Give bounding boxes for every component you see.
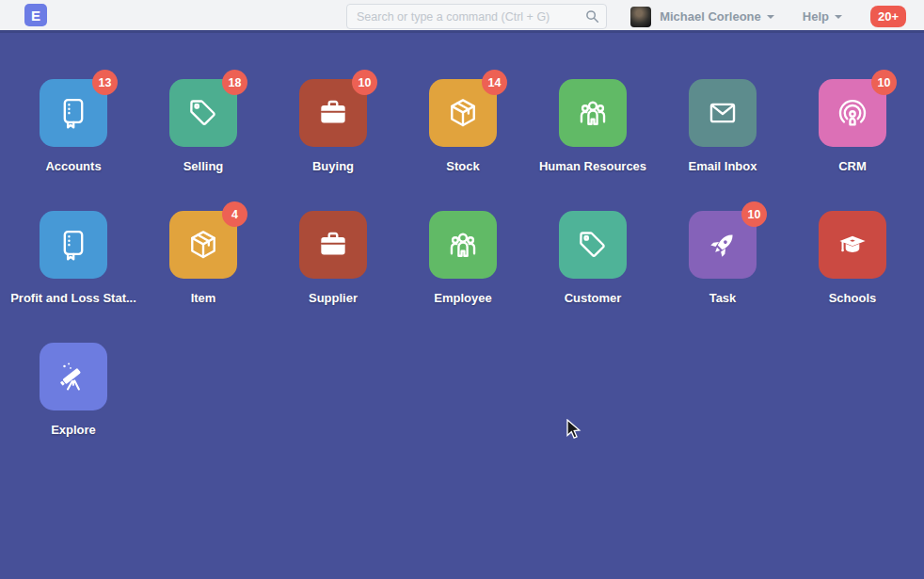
- app-logo[interactable]: E: [24, 4, 47, 26]
- notification-badge: 10: [741, 201, 767, 227]
- icon-row-2: Profit and Loss Stat... 4 Item: [8, 211, 924, 343]
- app-explore[interactable]: Explore: [8, 343, 138, 474]
- app-tile[interactable]: [559, 211, 627, 279]
- app-item[interactable]: 4 Item: [138, 211, 268, 343]
- app-label: Stock: [446, 159, 479, 173]
- chevron-down-icon: [767, 15, 774, 19]
- app-profit-and-loss[interactable]: Profit and Loss Stat...: [8, 211, 138, 343]
- tag-icon: [185, 95, 221, 131]
- app-employee[interactable]: Employee: [398, 211, 528, 343]
- notification-badge: 4: [222, 201, 247, 227]
- app-label: Schools: [829, 291, 877, 305]
- app-tile[interactable]: 4: [169, 211, 237, 279]
- module-icon-grid: 13 Accounts 18 Selling 10: [0, 33, 924, 474]
- app-tile[interactable]: [40, 211, 107, 279]
- app-label: Customer: [565, 291, 622, 305]
- app-tile[interactable]: [40, 343, 107, 410]
- ledger-icon: [56, 227, 91, 263]
- icon-row-3: Explore: [8, 343, 924, 474]
- help-label: Help: [803, 9, 829, 24]
- notifications-badge[interactable]: 20+: [870, 6, 906, 27]
- app-email-inbox[interactable]: Email Inbox: [658, 79, 788, 211]
- app-label: Buying: [312, 159, 354, 173]
- telescope-icon: [56, 359, 91, 394]
- app-customer[interactable]: Customer: [528, 211, 658, 343]
- topbar: E Michael Corleone Help 20+: [0, 0, 924, 33]
- chevron-down-icon: [835, 15, 842, 19]
- app-accounts[interactable]: 13 Accounts: [8, 79, 138, 211]
- app-label: Explore: [51, 423, 96, 437]
- notification-badge: 18: [222, 70, 247, 95]
- app-tile[interactable]: [429, 211, 497, 279]
- search-input[interactable]: [346, 4, 607, 29]
- graduation-cap-icon: [835, 227, 870, 263]
- app-label: Human Resources: [539, 159, 646, 173]
- notification-badge: 10: [871, 70, 897, 95]
- people-icon: [445, 227, 481, 263]
- help-menu[interactable]: Help: [803, 9, 842, 24]
- topbar-right: Michael Corleone Help 20+: [630, 0, 906, 33]
- app-buying[interactable]: 10 Buying: [268, 79, 398, 211]
- app-tile[interactable]: 10: [299, 79, 367, 147]
- app-tile[interactable]: 13: [40, 79, 107, 147]
- podcast-icon: [835, 95, 870, 131]
- app-label: Accounts: [45, 159, 101, 173]
- app-label: Profit and Loss Stat...: [10, 291, 136, 305]
- app-tile[interactable]: 10: [819, 79, 886, 147]
- app-tile[interactable]: [819, 211, 886, 279]
- ledger-icon: [56, 95, 91, 131]
- people-icon: [575, 95, 611, 131]
- app-tile[interactable]: 10: [689, 211, 757, 279]
- app-task[interactable]: 10 Task: [658, 211, 788, 343]
- app-tile[interactable]: 14: [429, 79, 497, 147]
- app-stock[interactable]: 14 Stock: [398, 79, 528, 211]
- tag-icon: [575, 227, 611, 263]
- app-tile[interactable]: [689, 79, 757, 147]
- box-icon: [185, 227, 221, 263]
- user-name: Michael Corleone: [660, 9, 761, 24]
- app-label: Task: [709, 291, 737, 305]
- app-schools[interactable]: Schools: [788, 211, 917, 343]
- box-icon: [445, 95, 481, 131]
- app-label: Email Inbox: [689, 159, 757, 173]
- app-label: Selling: [183, 159, 224, 173]
- app-tile[interactable]: [559, 79, 627, 147]
- app-selling[interactable]: 18 Selling: [138, 79, 268, 211]
- notification-badge: 13: [92, 70, 118, 95]
- app-human-resources[interactable]: Human Resources: [528, 79, 658, 211]
- app-label: Item: [191, 291, 216, 305]
- user-menu[interactable]: Michael Corleone: [660, 9, 774, 24]
- app-crm[interactable]: 10 CRM: [788, 79, 917, 211]
- app-supplier[interactable]: Supplier: [268, 211, 398, 343]
- briefcase-icon: [315, 227, 351, 263]
- notification-badge: 10: [352, 70, 377, 95]
- envelope-icon: [705, 95, 741, 131]
- app-label: Employee: [434, 291, 491, 305]
- global-search: [346, 4, 607, 29]
- rocket-icon: [705, 227, 741, 263]
- app-label: Supplier: [309, 291, 358, 305]
- search-icon[interactable]: [585, 9, 599, 24]
- icon-row-1: 13 Accounts 18 Selling 10: [8, 79, 924, 211]
- app-tile[interactable]: [299, 211, 367, 279]
- user-avatar[interactable]: [630, 7, 651, 27]
- app-label: CRM: [838, 159, 867, 173]
- app-tile[interactable]: 18: [169, 79, 237, 147]
- notification-badge: 14: [482, 70, 507, 95]
- briefcase-icon: [315, 95, 351, 131]
